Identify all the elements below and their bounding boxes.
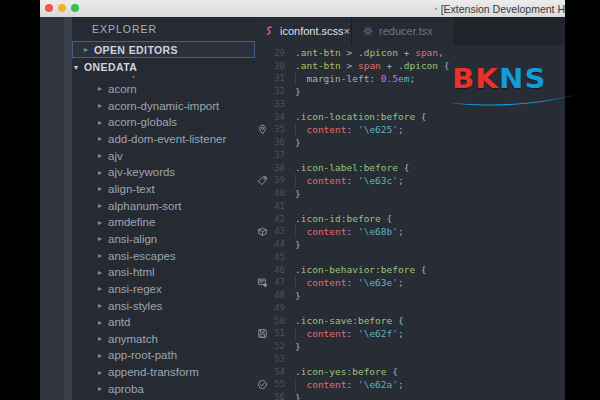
tree-item-append-transform[interactable]: ▸append-transform — [72, 364, 255, 381]
code-text: } — [295, 392, 301, 400]
tree-item-aproba[interactable]: ▸aproba — [72, 380, 255, 397]
open-editors-section[interactable]: ▸ OPEN EDITORS — [72, 41, 255, 58]
close-icon[interactable]: × — [344, 26, 350, 37]
tree-item-add-dom-event-listener[interactable]: ▸add-dom-event-listener — [72, 131, 255, 148]
code-line: 35 content: '\e625'; — [255, 123, 565, 136]
tree-item-label: anymatch — [108, 333, 158, 345]
code-text: .icon-behavior:before { — [295, 264, 427, 275]
tree-item-ansi-regex[interactable]: ▸ansi-regex — [72, 281, 255, 298]
code-text: .icon-id:before { — [295, 213, 392, 224]
code-text: .ant-btn > span + .dpicon { — [295, 60, 450, 71]
chevron-right-icon: ▸ — [98, 301, 108, 310]
tree-item-label: ansi-escapes — [108, 250, 176, 262]
code-text: .icon-location:before { — [295, 111, 427, 122]
chevron-right-icon: ▸ — [98, 284, 108, 293]
code-line: 49 — [255, 302, 565, 315]
line-number: 53 — [270, 354, 285, 364]
code-text: } — [295, 341, 301, 352]
traffic-lights — [45, 4, 79, 12]
line-number: 50 — [270, 316, 285, 326]
line-number: 37 — [270, 150, 285, 160]
tab-bar: iconfont.scss × reducer.tsx — [255, 17, 565, 45]
tree-item-label: ansi-regex — [108, 283, 162, 295]
explorer-header: EXPLORER — [72, 17, 255, 41]
tree-item-align-text[interactable]: ▸align-text — [72, 181, 255, 198]
open-editors-label: OPEN EDITORS — [94, 44, 178, 56]
chevron-right-icon: ▸ — [98, 251, 108, 260]
code-line: 53 — [255, 353, 565, 366]
chevron-right-icon: ▸ — [98, 184, 108, 193]
tree-item-alphanum-sort[interactable]: ▸alphanum-sort — [72, 197, 255, 214]
onedata-section[interactable]: ▾ ONEDATA — [72, 58, 255, 76]
tree-item-anymatch[interactable]: ▸anymatch — [72, 331, 255, 348]
tag-icon — [255, 175, 270, 186]
tree-item-app-root-path[interactable]: ▸app-root-path — [72, 347, 255, 364]
tree-item-antd[interactable]: ▸antd — [72, 314, 255, 331]
chevron-right-icon: ▸ — [98, 84, 108, 93]
code-line: 56} — [255, 391, 565, 400]
line-number: 43 — [270, 226, 285, 236]
code-text: } — [295, 290, 301, 301]
tree-item-label: app-root-path — [108, 349, 177, 361]
line-number: 46 — [270, 265, 285, 275]
tab-reducer-tsx[interactable]: reducer.tsx — [352, 17, 455, 45]
tab-label: iconfont.scss — [280, 25, 344, 37]
tree-item-label: ansi-styles — [108, 300, 162, 312]
code-line: 40} — [255, 187, 565, 200]
chevron-right-icon: ▸ — [98, 351, 108, 360]
tree-item-amdefine[interactable]: ▸amdefine — [72, 214, 255, 231]
tree-item-acorn-dynamic-import[interactable]: ▸acorn-dynamic-import — [72, 97, 255, 114]
tree-item-label: acorn-globals — [108, 116, 177, 128]
line-number: 45 — [270, 252, 285, 262]
line-number: 55 — [270, 379, 285, 389]
tree-item-label: append-transform — [108, 366, 199, 378]
line-number: 56 — [270, 392, 285, 400]
line-number: 52 — [270, 341, 285, 351]
line-number: 38 — [270, 163, 285, 173]
line-number: 40 — [270, 188, 285, 198]
line-number: 51 — [270, 328, 285, 338]
tab-iconfont-scss[interactable]: iconfont.scss × — [255, 17, 352, 45]
tree-item-ajv-keywords[interactable]: ▸ajv-keywords — [72, 164, 255, 181]
code-line: 41 — [255, 200, 565, 213]
tree-item-ansi-styles[interactable]: ▸ansi-styles — [72, 297, 255, 314]
tree-item-ansi-align[interactable]: ▸ansi-align — [72, 231, 255, 248]
line-number: 48 — [270, 290, 285, 300]
code-line: 50.icon-save:before { — [255, 314, 565, 327]
line-number: 39 — [270, 175, 285, 185]
line-number: 36 — [270, 137, 285, 147]
code-text: } — [295, 137, 301, 148]
sidebar-scrollbar[interactable] — [64, 17, 72, 400]
chevron-right-icon: ▸ — [98, 134, 108, 143]
close-window-button[interactable] — [45, 4, 53, 12]
tree-item-ansi-escapes[interactable]: ▸ansi-escapes — [72, 247, 255, 264]
tree-item-label: ajv — [108, 150, 123, 162]
code-line: 54.icon-yes:before { — [255, 365, 565, 378]
tree-item-ansi-html[interactable]: ▸ansi-html — [72, 264, 255, 281]
code-text: } — [295, 86, 301, 97]
code-line: 55 content: '\e62a'; — [255, 378, 565, 391]
code-line: 43 content: '\e68b'; — [255, 225, 565, 238]
chevron-right-icon: ▸ — [84, 45, 94, 54]
tree-item-label: acorn-dynamic-import — [108, 100, 219, 112]
minimize-window-button[interactable] — [58, 4, 66, 12]
zoom-window-button[interactable] — [71, 4, 79, 12]
chevron-right-icon: ▸ — [98, 234, 108, 243]
line-number: 47 — [270, 277, 285, 287]
line-number: 34 — [270, 112, 285, 122]
logo-part-bk: BK — [452, 63, 499, 94]
code-line: 48} — [255, 289, 565, 302]
tree-item-label: ansi-html — [108, 266, 155, 278]
chevron-right-icon: ▸ — [98, 384, 108, 393]
line-number: 42 — [270, 214, 285, 224]
tree-item-acorn-globals[interactable]: ▸acorn-globals — [72, 114, 255, 131]
logo-part-ns: NS — [499, 63, 547, 94]
tree-item-ajv[interactable]: ▸ajv — [72, 147, 255, 164]
tree-item-acorn[interactable]: ▸acorn — [72, 81, 255, 98]
chevron-right-icon: ▸ — [98, 201, 108, 210]
chevron-right-icon: ▸ — [98, 101, 108, 110]
gear-icon — [362, 25, 374, 37]
document-icon — [435, 3, 437, 15]
tab-label: reducer.tsx — [379, 25, 433, 37]
tree-item-label: accepts — [108, 76, 148, 78]
